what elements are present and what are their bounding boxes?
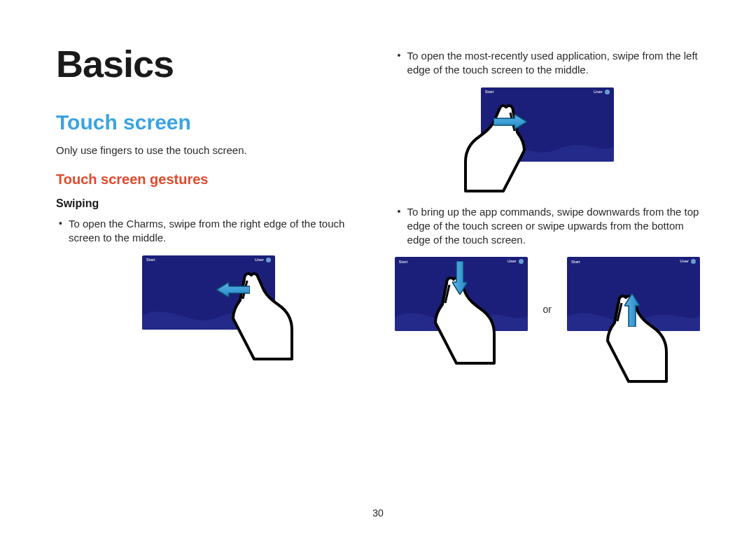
user-label: User	[507, 259, 517, 263]
avatar-icon	[691, 259, 696, 264]
user-label: User	[680, 259, 689, 263]
start-label: Start	[146, 258, 155, 262]
avatar-icon	[266, 258, 271, 262]
figure-swipe-from-left: Start User	[481, 87, 614, 192]
bullet-app-commands: To bring up the app commands, swipe down…	[395, 205, 700, 248]
page-title: Basics	[56, 42, 361, 85]
or-label: or	[543, 304, 552, 315]
arrow-up-icon	[624, 293, 640, 327]
left-column: Basics Touch screen Only use fingers to …	[56, 42, 361, 490]
user-label: User	[255, 258, 264, 262]
swiping-heading: Swiping	[56, 197, 361, 210]
intro-text: Only use fingers to use the touch screen…	[56, 144, 361, 156]
bullet-charms: To open the Charms, swipe from the right…	[56, 217, 361, 246]
arrow-right-icon	[493, 114, 527, 129]
figure-swipe-up: Start User	[567, 257, 700, 362]
section-heading: Touch screen	[56, 111, 361, 134]
avatar-icon	[605, 90, 610, 94]
arrow-down-icon	[452, 261, 468, 295]
user-label: User	[594, 90, 603, 94]
bullet-recent-app: To open the most-recently used applicati…	[395, 49, 700, 78]
start-label: Start	[485, 90, 494, 94]
start-label: Start	[571, 260, 580, 264]
avatar-icon	[519, 259, 524, 264]
figure-swipe-from-right: Start User	[142, 255, 275, 360]
arrow-left-icon	[216, 282, 250, 297]
page-number: 30	[372, 507, 384, 519]
subsection-heading: Touch screen gestures	[56, 171, 361, 188]
right-column: To open the most-recently used applicati…	[395, 42, 700, 490]
figure-swipe-down: Start User	[395, 257, 528, 362]
start-label: Start	[399, 260, 408, 264]
